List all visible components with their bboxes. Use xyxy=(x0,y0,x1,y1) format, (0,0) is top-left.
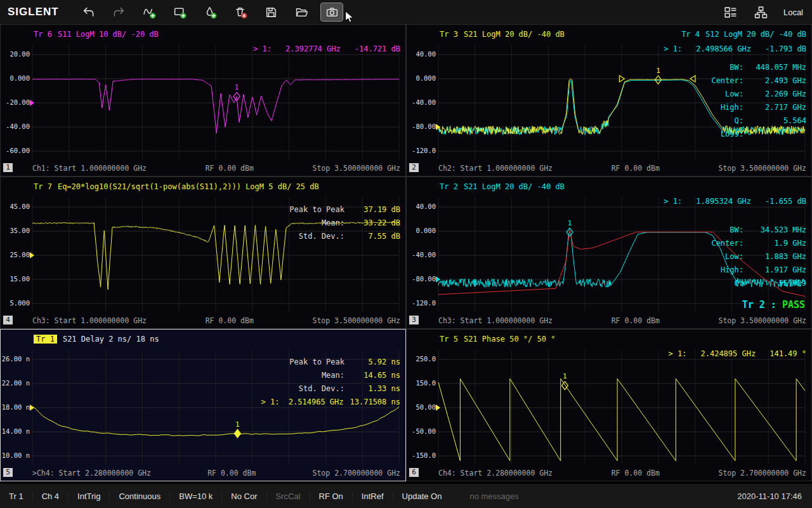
pass-indicator-text: Tr 2 : xyxy=(742,299,782,311)
bandwidth-info-row: BW:448.057 MHz xyxy=(711,60,806,74)
axis-label: -80.00 xyxy=(407,123,436,130)
axis-label: 10.00 n xyxy=(1,451,30,459)
marker-readout: > 1:1.895324 GHz-1.655 dB xyxy=(664,197,806,206)
open-file-icon[interactable] xyxy=(291,3,312,21)
info-value: 5.564 xyxy=(748,116,806,125)
ref-level-marker xyxy=(436,404,440,411)
ref-level-marker xyxy=(30,404,34,411)
marker-number: 1 xyxy=(568,219,572,227)
stats-row: > 1: 2.514965 GHz13.71508 ns xyxy=(261,395,400,408)
trace-title: Eq=20*log10(S21/sqrt(1-pow(abs(S11),2)))… xyxy=(58,182,319,191)
axis-label: 22.00 n xyxy=(1,379,30,387)
panel-4[interactable]: Tr 7Eq=20*log10(S21/sqrt(1-pow(abs(S11),… xyxy=(0,177,406,329)
panel-5[interactable]: 1Tr 1S21 Delay 2 ns/ 18 nsPeak to Peak5.… xyxy=(0,329,406,481)
stats-row: Std. Dev.:7.55 dB xyxy=(289,229,400,243)
trace-title-group: Tr 7Eq=20*log10(S21/sqrt(1-pow(abs(S11),… xyxy=(34,182,319,191)
status-item-continuous[interactable]: Continuous xyxy=(109,491,169,501)
status-item-tr-1[interactable]: Tr 1 xyxy=(0,491,32,501)
marker-prefix: > 1: xyxy=(253,44,272,53)
panel-1[interactable]: 1Tr 6S11 LogM 10 dB/ -20 dB> 1:2.392774 … xyxy=(0,24,406,177)
trace-title-group: Tr 4S12 LogM 20 dB/ -40 dB xyxy=(681,30,806,39)
info-label: Loss: xyxy=(721,130,743,138)
marker-prefix: > 1: xyxy=(664,44,682,53)
trace-stats: Peak to Peak5.92 nsMean:14.65 nsStd. Dev… xyxy=(261,355,400,408)
status-item-update-on[interactable]: Update On xyxy=(393,491,451,501)
panel-6[interactable]: 1Tr 5S21 Phase 50 °/ 50 °> 1:2.424895 GH… xyxy=(406,329,812,481)
axis-label: -20.00 xyxy=(1,98,30,106)
stats-label: Std. Dev.: xyxy=(299,232,344,241)
trace-title: S11 LogM 10 dB/ -20 dB xyxy=(58,30,159,39)
status-item-ch-4[interactable]: Ch 4 xyxy=(32,491,68,501)
stats-value: 14.65 ns xyxy=(351,371,400,380)
marker-value: -14.721 dB xyxy=(355,44,400,53)
panel-number-badge[interactable]: 2 xyxy=(409,163,419,172)
screenshot-icon[interactable] xyxy=(321,3,343,21)
status-bar: Tr 1Ch 4IntTrigContinuousBW=10 kNo CorSr… xyxy=(0,484,812,508)
trace-title-group: Tr 1S21 Delay 2 ns/ 18 ns xyxy=(34,335,159,344)
undo-icon[interactable] xyxy=(77,3,99,21)
marker-readout: > 1:2.498566 GHz-1.793 dB xyxy=(664,44,806,53)
marker-number: 1 xyxy=(656,67,660,75)
status-item-srccal[interactable]: SrcCal xyxy=(266,491,310,501)
add-trace-icon[interactable] xyxy=(138,3,160,21)
panel-number-badge[interactable]: 5 xyxy=(3,468,13,477)
marker-number: 1 xyxy=(235,420,240,429)
stats-value: 13.71508 ns xyxy=(350,398,400,406)
status-item-no-cor[interactable]: No Cor xyxy=(221,491,266,501)
axis-label: 40.00 xyxy=(407,203,436,210)
status-item-rf-on[interactable]: RF On xyxy=(310,491,352,501)
axis-label: 0.000 xyxy=(407,227,436,234)
bandwidth-info-row: Center:1.9 GHz xyxy=(711,236,806,250)
add-marker-icon[interactable] xyxy=(199,3,221,21)
marker-frequency: 2.392774 GHz xyxy=(285,44,341,53)
status-item-inttrig[interactable]: IntTrig xyxy=(68,491,109,501)
display-config-icon[interactable] xyxy=(720,3,742,21)
local-label[interactable]: Local xyxy=(783,8,803,17)
ref-level-marker xyxy=(436,276,440,283)
stats-row: Mean:14.65 ns xyxy=(261,368,400,382)
network-icon[interactable] xyxy=(750,3,772,21)
panel-number-badge[interactable]: 1 xyxy=(3,163,13,172)
footer-rf-power: RF 0.00 dBm xyxy=(612,316,660,325)
footer-start: >Ch4: Start 2.280000000 GHz xyxy=(32,469,151,478)
panel-number-badge[interactable]: 4 xyxy=(3,316,13,324)
axis-label: 0.000 xyxy=(407,74,436,82)
footer-start: Ch3: Start 1.000000000 GHz xyxy=(438,316,553,325)
axis-label: -120.0 xyxy=(407,147,436,154)
footer-stop: Stop 3.500000000 GHz xyxy=(313,164,400,173)
footer-stop: Stop 2.700000000 GHz xyxy=(313,469,400,478)
footer-rf-power: RF 0.00 dBm xyxy=(612,469,660,478)
redo-icon[interactable] xyxy=(108,3,129,21)
save-file-icon[interactable] xyxy=(260,3,282,21)
axis-label: 26.00 n xyxy=(1,355,30,363)
bandwidth-info-row: Center:2.493 GHz xyxy=(711,74,806,87)
add-window-icon[interactable] xyxy=(169,3,190,21)
axis-label: 5.000 xyxy=(1,299,30,307)
toolbar-tools xyxy=(77,3,343,21)
trace-title-group: Tr 5S21 Phase 50 °/ 50 ° xyxy=(440,335,555,344)
status-item-intref[interactable]: IntRef xyxy=(352,491,393,501)
delete-trace-icon[interactable] xyxy=(230,3,251,21)
pass-indicator-text: PASS xyxy=(782,299,805,311)
marker-diamond-1[interactable] xyxy=(234,429,240,438)
panel-3[interactable]: 1Tr 2S21 LogM 20 dB/ -40 dB> 1:1.895324 … xyxy=(406,177,812,329)
footer-rf-power: RF 0.00 dBm xyxy=(206,164,254,173)
footer-rf-power: RF 0.00 dBm xyxy=(612,164,660,173)
status-item-bw-10-k[interactable]: BW=10 k xyxy=(169,491,221,501)
panel-footer: Ch4: Start 2.280000000 GHzRF 0.00 dBmSto… xyxy=(438,469,806,478)
trace-title: Tr 7 xyxy=(34,182,52,191)
marker-readout: > 1:2.424895 GHz141.49 ° xyxy=(669,349,806,358)
trace-title: Tr 3 xyxy=(440,30,458,39)
stats-row: Peak to Peak5.92 ns xyxy=(261,355,400,368)
panel-number-badge[interactable]: 3 xyxy=(409,316,419,324)
trace-title-group: Tr 3S21 LogM 20 dB/ -40 dB xyxy=(440,30,565,39)
info-value: 34.523 MHz xyxy=(748,225,806,234)
stats-value: 7.55 dB xyxy=(351,232,400,241)
axis-label: 25.00 xyxy=(1,251,30,258)
stats-label: Mean: xyxy=(322,218,344,227)
info-label: Center: xyxy=(711,76,743,85)
panel-2[interactable]: 1Tr 3S21 LogM 20 dB/ -40 dBTr 4S12 LogM … xyxy=(406,24,812,177)
footer-stop: Stop 3.500000000 GHz xyxy=(313,316,400,325)
info-value: 2.269 GHz xyxy=(748,90,806,98)
panel-number-badge[interactable]: 6 xyxy=(409,468,419,477)
